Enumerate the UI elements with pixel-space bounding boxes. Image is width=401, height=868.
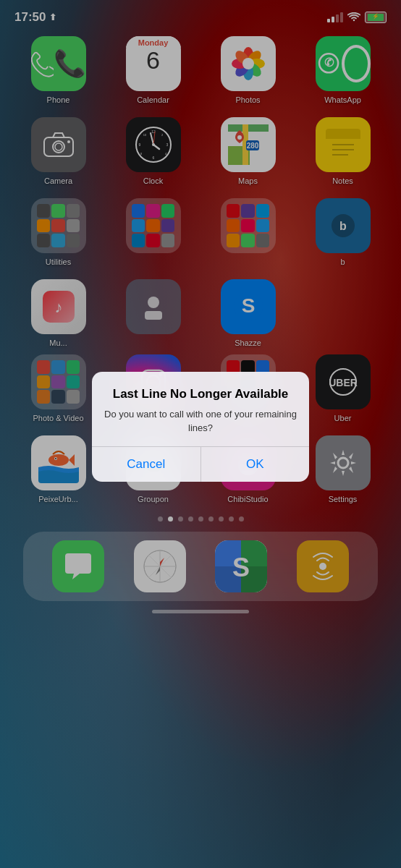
alert-title: Last Line No Longer Available xyxy=(104,386,297,402)
alert-buttons: Cancel OK xyxy=(92,447,309,482)
alert-ok-button[interactable]: OK xyxy=(201,447,310,482)
alert-cancel-button[interactable]: Cancel xyxy=(92,447,201,482)
alert-message: Do you want to call with one of your rem… xyxy=(104,408,297,434)
alert-dialog: Last Line No Longer Available Do you wan… xyxy=(92,372,309,481)
alert-content: Last Line No Longer Available Do you wan… xyxy=(92,372,309,446)
alert-overlay: Last Line No Longer Available Do you wan… xyxy=(0,0,401,868)
